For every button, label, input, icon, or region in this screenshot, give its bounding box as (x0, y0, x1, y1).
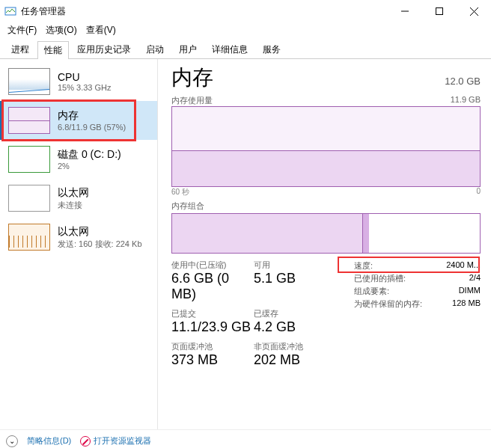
tabs: 进程 性能 应用历史记录 启动 用户 详细信息 服务 (0, 39, 491, 59)
memory-total: 12.0 GB (445, 76, 481, 87)
committed-value: 11.1/23.9 GB (171, 319, 254, 335)
sidebar-item-cpu[interactable]: CPU 15% 3.33 GHz (0, 62, 157, 101)
paged-value: 373 MB (171, 352, 254, 368)
resource-monitor-label: 打开资源监视器 (94, 435, 151, 447)
main-panel: 内存 12.0 GB 内存使用量 11.9 GB 60 秒 0 内存组合 使用中… (158, 59, 491, 429)
tab-services[interactable]: 服务 (256, 40, 287, 58)
ethernet2-thumb-icon (8, 224, 50, 251)
tab-history[interactable]: 应用历史记录 (70, 40, 138, 58)
sidebar-item-ethernet-2[interactable]: 以太网 发送: 160 接收: 224 Kb (0, 218, 157, 257)
chart-axis-right: 0 (476, 187, 481, 197)
titlebar[interactable]: 任务管理器 (0, 0, 491, 22)
page-title: 内存 (171, 64, 213, 92)
cpu-thumb-icon (8, 68, 50, 95)
sidebar-item-ethernet-1[interactable]: 以太网 未连接 (0, 179, 157, 218)
stats-left: 使用中(已压缩) 6.6 GB (0 MB) 可用 5.1 GB 已提交 11.… (171, 260, 336, 374)
footer: ⌄ 简略信息(D) 打开资源监视器 (0, 429, 491, 448)
sidebar: CPU 15% 3.33 GHz 内存 6.8/11.9 GB (57%) 磁盘… (0, 59, 158, 429)
memory-composition-chart (171, 213, 481, 254)
form-label: 组成要素: (354, 286, 389, 297)
resource-monitor-icon (80, 436, 91, 447)
sidebar-eth2-title: 以太网 (58, 225, 142, 239)
tab-details[interactable]: 详细信息 (205, 40, 254, 58)
svg-rect-2 (436, 8, 443, 15)
slots-label: 已使用的插槽: (354, 273, 406, 284)
menubar: 文件(F) 选项(O) 查看(V) (0, 22, 491, 37)
sidebar-cpu-sub: 15% 3.33 GHz (58, 83, 112, 92)
memory-usage-chart (171, 106, 481, 187)
app-icon (4, 5, 16, 17)
close-button[interactable] (457, 0, 491, 22)
sidebar-eth2-sub: 发送: 160 接收: 224 Kb (58, 239, 142, 250)
sidebar-memory-title: 内存 (58, 109, 126, 123)
tab-performance[interactable]: 性能 (37, 41, 69, 59)
tab-startup[interactable]: 启动 (139, 40, 171, 58)
sidebar-disk-title: 磁盘 0 (C: D:) (58, 148, 121, 162)
stats-right: 速度:2400 M... 已使用的插槽:2/4 组成要素:DIMM 为硬件保留的… (354, 260, 481, 374)
tab-users[interactable]: 用户 (172, 40, 204, 58)
disk-thumb-icon (8, 146, 50, 173)
menu-file[interactable]: 文件(F) (4, 23, 40, 37)
window-title: 任务管理器 (21, 5, 388, 18)
ethernet-thumb-icon (8, 185, 50, 212)
avail-label: 可用 (254, 260, 336, 271)
maximize-button[interactable] (422, 0, 457, 22)
sidebar-memory-sub: 6.8/11.9 GB (57%) (58, 123, 126, 132)
simple-view-link[interactable]: 简略信息(D) (27, 435, 71, 447)
speed-value: 2400 M... (446, 260, 481, 271)
reserved-value: 128 MB (452, 298, 481, 310)
committed-label: 已提交 (171, 308, 254, 319)
sidebar-cpu-title: CPU (58, 71, 112, 83)
sidebar-eth1-title: 以太网 (58, 186, 89, 200)
inuse-value: 6.6 GB (0 MB) (171, 271, 254, 302)
form-value: DIMM (459, 286, 481, 297)
speed-label: 速度: (354, 260, 373, 271)
menu-options[interactable]: 选项(O) (43, 23, 79, 37)
tab-processes[interactable]: 进程 (4, 40, 36, 58)
cached-value: 4.2 GB (254, 319, 336, 335)
simple-view-label: 简略信息(D) (27, 435, 71, 447)
resource-monitor-link[interactable]: 打开资源监视器 (80, 435, 151, 447)
paged-label: 页面缓冲池 (171, 341, 254, 352)
usage-chart-max: 11.9 GB (451, 95, 481, 106)
sidebar-item-disk[interactable]: 磁盘 0 (C: D:) 2% (0, 140, 157, 179)
slots-value: 2/4 (469, 273, 481, 284)
sidebar-item-memory[interactable]: 内存 6.8/11.9 GB (57%) (0, 101, 157, 140)
sidebar-disk-sub: 2% (58, 162, 121, 171)
menu-view[interactable]: 查看(V) (83, 23, 119, 37)
nonpaged-label: 非页面缓冲池 (254, 341, 336, 352)
memory-thumb-icon (8, 107, 50, 134)
nonpaged-value: 202 MB (254, 352, 336, 368)
minimize-button[interactable] (388, 0, 422, 22)
inuse-label: 使用中(已压缩) (171, 260, 254, 271)
composition-label: 内存组合 (171, 200, 204, 212)
chart-axis-left: 60 秒 (171, 187, 189, 197)
avail-value: 5.1 GB (254, 271, 336, 286)
chevron-down-icon[interactable]: ⌄ (6, 435, 18, 447)
usage-chart-label: 内存使用量 (171, 95, 213, 106)
reserved-label: 为硬件保留的内存: (354, 298, 422, 310)
cached-label: 已缓存 (254, 308, 336, 319)
sidebar-eth1-sub: 未连接 (58, 200, 89, 211)
